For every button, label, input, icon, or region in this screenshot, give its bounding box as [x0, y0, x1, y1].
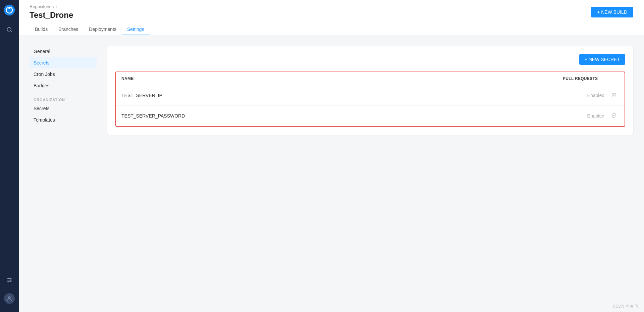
- svg-point-2: [8, 7, 10, 9]
- sidebar-bottom: [3, 274, 15, 308]
- secret-name: TEST_SERVER_IP: [116, 85, 557, 106]
- settings-nav-org-secrets[interactable]: Secrets: [30, 103, 97, 114]
- secrets-table-container: NAME PULL REQUESTS TEST_SERVER_IP Enable…: [115, 72, 625, 127]
- main-content: Repositories › Test_Drone + NEW BUILD Bu…: [19, 0, 644, 312]
- svg-point-11: [8, 297, 10, 299]
- settings-nav-badges[interactable]: Badges: [30, 80, 97, 91]
- col-name: NAME: [116, 72, 557, 85]
- breadcrumb-arrow: ›: [56, 5, 57, 9]
- panel-header: + NEW SECRET: [115, 54, 625, 65]
- page-title: Test_Drone: [30, 10, 73, 20]
- pull-requests-cell: Enabled: [557, 106, 625, 126]
- svg-line-4: [11, 31, 12, 33]
- footer-watermark: CSDN @凌 飞: [613, 304, 639, 309]
- sidebar: [0, 0, 19, 312]
- secrets-panel: + NEW SECRET NAME PULL REQUESTS: [107, 46, 633, 135]
- tab-builds[interactable]: Builds: [30, 24, 53, 35]
- organization-section-label: ORGANIZATION: [30, 94, 97, 103]
- col-pull-requests: PULL REQUESTS: [557, 72, 625, 85]
- delete-secret-1-button[interactable]: [608, 111, 619, 121]
- settings-nav-cron-jobs[interactable]: Cron Jobs: [30, 69, 97, 80]
- table-row: TEST_SERVER_PASSWORD Enabled: [116, 106, 625, 126]
- svg-point-3: [7, 27, 11, 31]
- search-icon[interactable]: [3, 23, 16, 38]
- breadcrumb: Repositories ›: [30, 4, 73, 9]
- enabled-status: Enabled: [587, 93, 604, 98]
- svg-point-0: [4, 5, 15, 15]
- table-row: TEST_SERVER_IP Enabled: [116, 85, 625, 106]
- svg-point-9: [10, 279, 11, 280]
- table-header: NAME PULL REQUESTS: [116, 72, 625, 85]
- breadcrumb-link[interactable]: Repositories: [30, 4, 54, 9]
- header: Repositories › Test_Drone + NEW BUILD Bu…: [19, 0, 644, 35]
- enabled-status: Enabled: [587, 113, 604, 119]
- header-row: Repositories › Test_Drone + NEW BUILD: [30, 4, 633, 20]
- svg-point-10: [8, 281, 9, 282]
- secrets-table: NAME PULL REQUESTS TEST_SERVER_IP Enable…: [116, 72, 625, 126]
- tab-settings[interactable]: Settings: [122, 24, 150, 35]
- tab-deployments[interactable]: Deployments: [84, 24, 122, 35]
- header-left: Repositories › Test_Drone: [30, 4, 73, 20]
- avatar[interactable]: [4, 293, 15, 304]
- content-area: General Secrets Cron Jobs Badges ORGANIZ…: [19, 35, 644, 312]
- svg-point-8: [8, 278, 9, 279]
- settings-nav-org-templates[interactable]: Templates: [30, 115, 97, 125]
- pull-requests-cell: Enabled: [557, 85, 625, 106]
- sidebar-logo[interactable]: [3, 4, 15, 16]
- secret-name: TEST_SERVER_PASSWORD: [116, 106, 557, 126]
- new-build-button[interactable]: + NEW BUILD: [591, 7, 633, 17]
- settings-nav-general[interactable]: General: [30, 46, 97, 57]
- tab-nav: Builds Branches Deployments Settings: [30, 24, 633, 35]
- new-secret-button[interactable]: + NEW SECRET: [579, 54, 625, 65]
- settings-main: + NEW SECRET NAME PULL REQUESTS: [107, 46, 633, 301]
- settings-nav-secrets[interactable]: Secrets: [30, 57, 97, 68]
- table-body: TEST_SERVER_IP Enabled: [116, 85, 625, 126]
- delete-secret-0-button[interactable]: [608, 91, 619, 100]
- tab-branches[interactable]: Branches: [53, 24, 84, 35]
- filter-icon[interactable]: [3, 274, 15, 288]
- settings-sidebar: General Secrets Cron Jobs Badges ORGANIZ…: [30, 46, 97, 301]
